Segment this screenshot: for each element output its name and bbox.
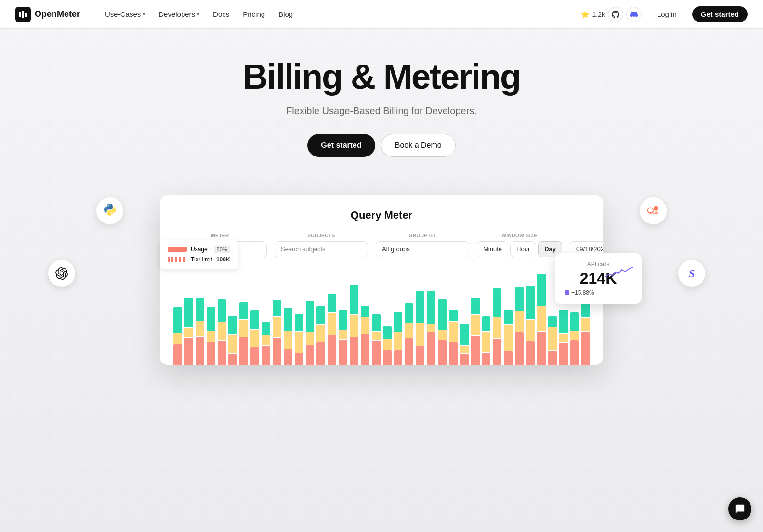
nav-pricing[interactable]: Pricing <box>237 7 271 21</box>
bar-segment <box>316 342 325 365</box>
bar-segment <box>316 306 325 324</box>
bar-group <box>228 316 237 365</box>
bar-segment <box>515 287 524 311</box>
group-by-label: GROUP BY <box>376 233 469 238</box>
bar-segment <box>239 302 248 319</box>
bar-group <box>526 286 535 365</box>
group-by-input[interactable] <box>376 241 469 257</box>
nav-developers[interactable]: Developers ▾ <box>153 7 205 21</box>
bar-segment <box>218 322 226 340</box>
bar-segment <box>559 310 568 333</box>
usage-pct: 80% <box>214 246 230 253</box>
bar-group <box>405 303 413 365</box>
chevron-down-icon: ▾ <box>197 12 199 17</box>
nav-docs[interactable]: Docs <box>207 7 235 21</box>
bar-segment <box>262 335 270 345</box>
bar-segment <box>394 350 403 365</box>
hubspot-icon <box>640 197 667 224</box>
bar-segment <box>405 303 413 322</box>
bar-segment <box>273 317 281 337</box>
nav-blog[interactable]: Blog <box>273 7 299 21</box>
hero-subtitle: Flexible Usage-Based Billing for Develop… <box>0 105 763 117</box>
bar-segment <box>207 331 215 342</box>
api-calls-card: API calls 214K +15.88% <box>555 253 642 304</box>
bar-segment <box>427 332 435 365</box>
bar-segment <box>361 317 369 334</box>
bar-group <box>559 310 568 365</box>
tier-legend-row: Tier limit 100K <box>168 256 230 263</box>
usage-legend-row: Usage 80% <box>168 246 230 253</box>
bar-segment <box>196 298 204 321</box>
dashboard-card: Query Meter METER SUBJECTS GROUP BY <box>160 195 603 365</box>
bar-group <box>273 300 281 365</box>
meter-label: METER <box>173 233 267 238</box>
login-button[interactable]: Log in <box>649 7 684 22</box>
bar-group <box>239 302 248 365</box>
discord-icon[interactable] <box>626 7 642 22</box>
bar-segment <box>460 346 469 353</box>
bar-segment <box>438 299 447 330</box>
subjects-input[interactable] <box>275 241 368 257</box>
chevron-down-icon: ▾ <box>143 12 145 17</box>
bar-group <box>416 291 424 365</box>
bar-segment <box>515 311 524 332</box>
github-icon[interactable] <box>608 7 623 22</box>
bar-segment <box>262 346 270 365</box>
bar-segment <box>372 332 381 341</box>
bar-segment <box>493 339 501 365</box>
bar-segment <box>581 332 590 365</box>
bar-segment <box>372 314 381 331</box>
bar-segment <box>207 307 215 331</box>
bar-segment <box>438 340 447 365</box>
bar-segment <box>239 337 248 365</box>
bar-segment <box>250 330 259 347</box>
bar-group <box>284 308 292 365</box>
window-minute-button[interactable]: Minute <box>477 241 508 257</box>
api-calls-change: +15.88% <box>565 289 632 296</box>
bar-segment <box>218 299 226 322</box>
openai-icon <box>48 260 75 287</box>
bar-segment <box>482 353 491 365</box>
bar-group <box>460 324 469 365</box>
bar-segment <box>184 338 193 365</box>
hero-get-started-button[interactable]: Get started <box>307 134 375 157</box>
get-started-nav-button[interactable]: Get started <box>692 6 748 22</box>
navbar: OpenMeter Use-Cases ▾ Developers ▾ Docs … <box>0 0 763 29</box>
bar-segment <box>361 334 369 365</box>
logo-icon <box>15 7 31 22</box>
hero-content: Billing & Metering Flexible Usage-Based … <box>0 58 763 157</box>
bar-segment <box>339 340 347 365</box>
svg-rect-0 <box>19 12 21 17</box>
usage-bar <box>168 247 187 252</box>
bar-segment <box>548 316 557 327</box>
hero-title: Billing & Metering <box>0 58 763 96</box>
bar-segment <box>228 316 237 334</box>
nav-use-cases[interactable]: Use-Cases ▾ <box>99 7 151 21</box>
hero-book-demo-button[interactable]: Book a Demo <box>381 134 456 157</box>
bar-segment <box>228 335 237 353</box>
chat-button[interactable] <box>728 497 751 520</box>
window-hour-button[interactable]: Hour <box>510 241 536 257</box>
bar-segment <box>537 306 546 331</box>
bar-segment <box>350 285 358 314</box>
bar-group <box>361 306 369 365</box>
bar-group <box>262 322 270 365</box>
bar-segment <box>383 350 392 365</box>
bar-segment <box>306 301 315 332</box>
bar-segment <box>416 346 424 365</box>
bar-segment <box>350 315 358 337</box>
bar-segment <box>306 345 315 365</box>
bar-segment <box>383 339 392 350</box>
svg-rect-1 <box>22 11 24 18</box>
stripe-icon: S <box>678 260 705 287</box>
bar-group <box>482 316 491 365</box>
from-label: FROM <box>570 233 603 238</box>
bar-segment <box>471 298 480 314</box>
logo[interactable]: OpenMeter <box>15 7 80 22</box>
bar-segment <box>184 298 193 327</box>
bar-group <box>250 310 259 365</box>
bar-segment <box>328 313 336 335</box>
github-stars[interactable]: ⭐ 1.2k <box>581 7 641 22</box>
bar-segment <box>394 332 403 350</box>
bar-segment <box>427 324 435 332</box>
